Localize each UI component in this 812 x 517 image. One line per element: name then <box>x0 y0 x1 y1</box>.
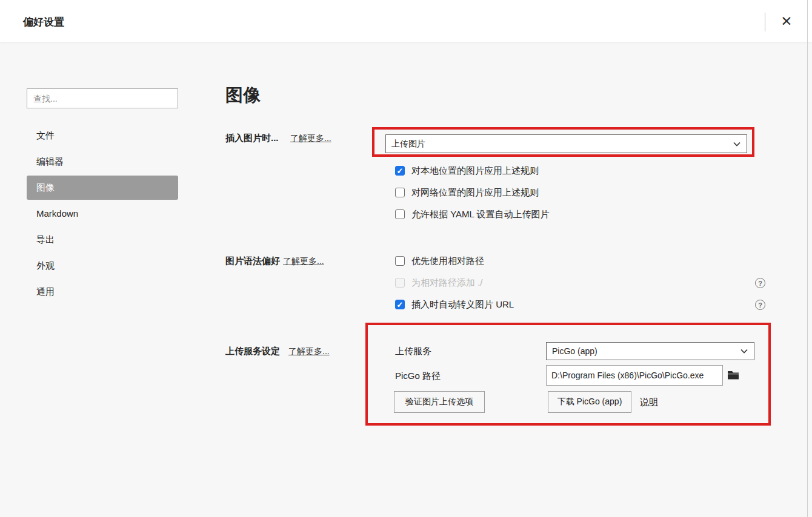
insert-section-label: 插入图片时... <box>225 133 279 144</box>
checkbox-relative-path[interactable] <box>395 256 405 266</box>
sidebar-item-files[interactable]: 文件 <box>27 123 178 148</box>
checkbox-label: 对本地位置的图片应用上述规则 <box>411 165 539 177</box>
picgo-path-input[interactable] <box>546 365 723 386</box>
checkbox-network-rule[interactable] <box>395 188 405 197</box>
chevron-down-icon <box>733 142 740 147</box>
checkbox-escape-url[interactable] <box>395 300 405 309</box>
checkbox-label: 允许根据 YAML 设置自动上传图片 <box>411 209 550 220</box>
checkbox-row: 插入时自动转义图片 URL <box>395 299 514 310</box>
titlebar-divider <box>765 13 765 31</box>
checkbox-yaml-upload[interactable] <box>395 209 405 219</box>
checkbox-row: 优先使用相对路径 <box>395 255 484 266</box>
picgo-path-label: PicGo 路径 <box>395 370 441 382</box>
checkbox-row: 允许根据 YAML 设置自动上传图片 <box>395 209 550 220</box>
help-icon[interactable]: ? <box>755 278 765 288</box>
sidebar-item-export[interactable]: 导出 <box>27 228 178 252</box>
insert-action-select-value: 上传图片 <box>391 139 425 150</box>
insert-action-select[interactable]: 上传图片 <box>385 134 747 153</box>
validate-upload-button[interactable]: 验证图片上传选项 <box>394 391 485 413</box>
checkbox-label: 对网络位置的图片应用上述规则 <box>411 187 539 199</box>
sidebar-item-image[interactable]: 图像 <box>27 176 178 200</box>
window-title: 偏好设置 <box>23 15 64 29</box>
titlebar: 偏好设置 ✕ <box>0 0 812 42</box>
checkbox-row: 对网络位置的图片应用上述规则 <box>395 187 539 198</box>
upload-service-select-value: PicGo (app) <box>552 346 597 356</box>
checkbox-local-rule[interactable] <box>395 166 405 176</box>
search-input[interactable] <box>27 88 178 108</box>
upload-learn-more-link[interactable]: 了解更多... <box>288 346 330 357</box>
syntax-learn-more-link[interactable]: 了解更多... <box>283 256 324 267</box>
chevron-down-icon <box>740 349 748 354</box>
folder-icon[interactable] <box>727 369 739 380</box>
sidebar-item-markdown[interactable]: Markdown <box>27 202 178 226</box>
checkbox-label: 为相对路径添加 ./ <box>411 277 483 289</box>
checkbox-label: 优先使用相对路径 <box>411 255 484 267</box>
help-icon[interactable]: ? <box>755 300 765 310</box>
checkbox-label: 插入时自动转义图片 URL <box>411 299 514 311</box>
preferences-panel: 文件 编辑器 图像 Markdown 导出 外观 通用 图像 插入图片时... … <box>0 43 812 517</box>
download-picgo-button[interactable]: 下载 PicGo (app) <box>548 391 631 413</box>
upload-service-select[interactable]: PicGo (app) <box>546 342 754 360</box>
instructions-link[interactable]: 说明 <box>640 397 658 408</box>
sidebar-item-appearance[interactable]: 外观 <box>27 254 178 278</box>
sidebar-nav: 文件 编辑器 图像 Markdown 导出 外观 通用 <box>27 123 178 306</box>
checkbox-row: 对本地位置的图片应用上述规则 <box>395 165 539 176</box>
sidebar-item-editor[interactable]: 编辑器 <box>27 150 178 174</box>
upload-section-label: 上传服务设定 <box>225 346 280 357</box>
insert-learn-more-link[interactable]: 了解更多... <box>290 133 331 144</box>
window-right-edge <box>807 0 808 517</box>
page-title: 图像 <box>225 84 261 108</box>
close-icon[interactable]: ✕ <box>776 11 797 31</box>
upload-service-label: 上传服务 <box>395 346 431 357</box>
sidebar-item-general[interactable]: 通用 <box>27 280 178 304</box>
syntax-section-label: 图片语法偏好 <box>225 255 280 267</box>
checkbox-add-dot-slash <box>395 278 405 288</box>
checkbox-row: 为相对路径添加 ./ <box>395 277 483 288</box>
